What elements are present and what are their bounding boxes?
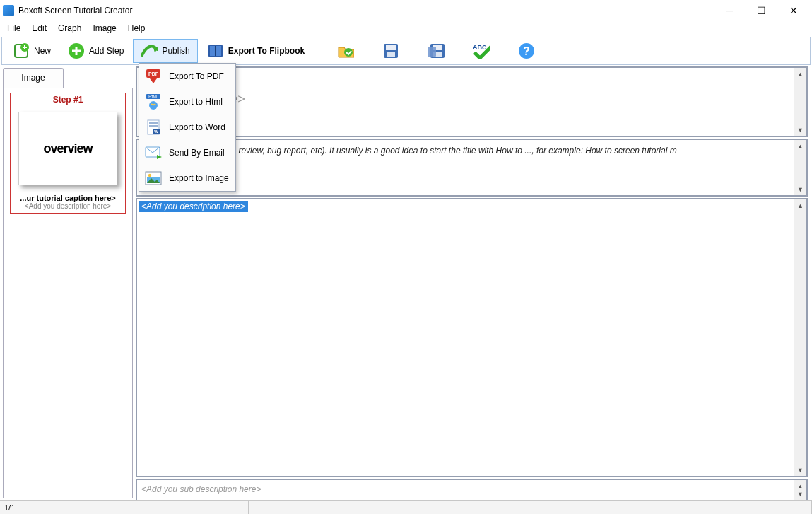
description-editor[interactable]: <Add you description here> ▲▼	[136, 198, 808, 477]
svg-text:W: W	[154, 129, 158, 134]
sub-description-placeholder: <Add you sub description here>	[137, 480, 806, 498]
svg-rect-8	[386, 45, 396, 50]
image-icon	[145, 170, 162, 186]
export-word-item[interactable]: W Export to Word	[139, 115, 235, 140]
spellcheck-icon: ABC	[473, 42, 490, 59]
menu-image[interactable]: Image	[87, 22, 122, 35]
hint-box[interactable]: o your article (instruction, review, bug…	[136, 139, 808, 197]
app-logo-icon	[3, 5, 14, 16]
svg-text:ABC: ABC	[473, 44, 487, 51]
export-image-label: Export to Image	[169, 173, 229, 183]
help-icon: ?	[518, 42, 535, 59]
step-thumbnail-image-text: overview	[43, 141, 92, 156]
save-as-icon	[428, 42, 445, 59]
hint-text: o your article (instruction, review, bug…	[137, 140, 806, 161]
svg-text:HTML: HTML	[148, 95, 158, 99]
export-pdf-item[interactable]: PDF Export To PDF	[139, 64, 235, 89]
close-button[interactable]: ✕	[777, 1, 809, 21]
email-icon	[145, 145, 162, 160]
export-html-item[interactable]: HTML Export to Html	[139, 89, 235, 115]
save-button[interactable]	[376, 39, 406, 63]
add-step-icon	[68, 42, 85, 59]
status-bar: 1/1	[0, 500, 812, 514]
export-flipbook-button[interactable]: Export To Flipbook	[199, 39, 312, 63]
help-button[interactable]: ?	[512, 39, 541, 63]
svg-point-30	[148, 174, 151, 177]
export-image-item[interactable]: Export to Image	[139, 165, 235, 191]
sidebar-tab-image[interactable]: Image	[3, 68, 64, 88]
send-email-label: Send By Email	[169, 148, 225, 158]
step-thumbnail-desc: <Add you description here>	[11, 202, 125, 213]
maximize-button[interactable]: ☐	[746, 1, 777, 21]
thumbnail-panel: Step #1 overview ...ur tutorial caption …	[3, 88, 133, 498]
description-scrollbar[interactable]: ▲▼	[794, 199, 806, 476]
caption-editor[interactable]: orial caption here> ▲▼	[136, 66, 808, 137]
svg-text:?: ?	[523, 45, 530, 57]
add-step-label: Add Step	[89, 46, 124, 56]
description-placeholder: <Add you description here>	[139, 201, 248, 212]
publish-button[interactable]: Publish	[133, 39, 197, 63]
svg-rect-23	[149, 122, 158, 124]
step-thumbnail-title: Step #1	[11, 93, 125, 106]
svg-rect-13	[428, 47, 436, 57]
save-icon	[382, 42, 399, 59]
new-icon	[13, 42, 30, 59]
sub-scrollbar[interactable]: ▲▼	[794, 480, 806, 500]
caption-placeholder: orial caption here>	[137, 68, 806, 107]
send-email-item[interactable]: Send By Email	[139, 140, 235, 165]
title-bar: Boxoft Screen Tutorial Creator ─ ☐ ✕	[0, 0, 812, 21]
open-folder-button[interactable]	[331, 39, 360, 63]
publish-icon	[141, 42, 158, 59]
export-html-label: Export to Html	[169, 97, 223, 107]
sidebar: Image Step #1 overview ...ur tutorial ca…	[0, 66, 136, 501]
svg-rect-24	[149, 125, 158, 127]
export-flipbook-label: Export To Flipbook	[228, 46, 305, 56]
step-thumbnail[interactable]: Step #1 overview ...ur tutorial caption …	[10, 93, 126, 214]
export-word-label: Export to Word	[169, 122, 225, 132]
window-title: Boxoft Screen Tutorial Creator	[18, 6, 714, 16]
menu-graph[interactable]: Graph	[52, 22, 87, 35]
spellcheck-button[interactable]: ABC	[466, 39, 496, 63]
status-empty-2	[510, 501, 812, 514]
status-page: 1/1	[0, 501, 249, 514]
pdf-icon: PDF	[145, 69, 162, 84]
new-label: New	[34, 46, 51, 56]
add-step-button[interactable]: Add Step	[60, 39, 131, 63]
new-button[interactable]: New	[5, 39, 59, 63]
hint-scrollbar[interactable]: ▲▼	[794, 140, 806, 195]
main-area: Image Step #1 overview ...ur tutorial ca…	[0, 66, 812, 501]
menu-edit[interactable]: Edit	[26, 22, 52, 35]
menu-help[interactable]: Help	[122, 22, 151, 35]
content-area: orial caption here> ▲▼ o your article (i…	[136, 66, 812, 501]
flipbook-icon	[207, 42, 224, 59]
word-icon: W	[145, 119, 162, 135]
menu-file[interactable]: File	[1, 22, 26, 35]
sub-description-editor[interactable]: <Add you sub description here> ▲▼	[136, 479, 808, 501]
window-controls: ─ ☐ ✕	[714, 1, 809, 21]
export-pdf-label: Export To PDF	[169, 71, 224, 81]
step-thumbnail-caption: ...ur tutorial caption here>	[11, 188, 125, 202]
publish-label: Publish	[162, 46, 189, 56]
save-as-button[interactable]	[421, 39, 451, 63]
publish-dropdown: PDF Export To PDF HTML Export to Html W …	[139, 63, 236, 192]
minimize-button[interactable]: ─	[714, 1, 746, 21]
svg-rect-9	[387, 52, 395, 57]
svg-rect-5	[215, 46, 216, 56]
svg-text:PDF: PDF	[148, 71, 159, 76]
html-icon: HTML	[145, 94, 162, 110]
toolbar: New Add Step Publish Export To Flipbook	[1, 37, 811, 65]
caption-scrollbar[interactable]: ▲▼	[794, 68, 806, 136]
step-thumbnail-image: overview	[18, 112, 117, 185]
menu-bar: File Edit Graph Image Help	[0, 21, 812, 35]
status-empty-1	[249, 501, 510, 514]
open-folder-icon	[337, 42, 354, 59]
